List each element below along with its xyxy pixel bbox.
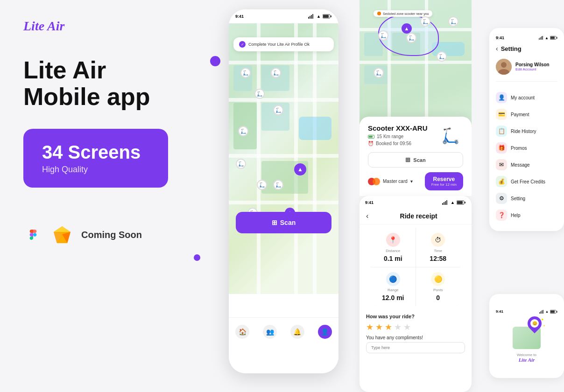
- svg-rect-26: [542, 310, 543, 314]
- stat-points: 🟡 Ponts 0: [416, 267, 461, 306]
- scooter-map-section: Secloted zone scooter near you 🛴 🛴 🛴 🛴 🛴…: [360, 0, 472, 196]
- map-road: [360, 61, 472, 64]
- stars-row: ★ ★ ★ ★ ★: [366, 322, 465, 332]
- stat-distance: 📍 Distance 0.1 mi: [371, 228, 416, 267]
- free-credits-icon: 💰: [496, 176, 507, 187]
- payment-label: Payment: [511, 112, 529, 117]
- svg-rect-5: [323, 15, 329, 18]
- nav-bell[interactable]: 🔔: [290, 325, 304, 339]
- svg-rect-7: [442, 203, 443, 205]
- stat-time: ⏱ Time 12:58: [416, 228, 461, 267]
- receipt-time: 9:41: [365, 200, 374, 205]
- payment-row[interactable]: Master card ▾: [368, 178, 413, 185]
- settings-status-bar: 9:41 ▲: [496, 35, 557, 40]
- free-credits-label: Get Free Credits: [511, 179, 545, 184]
- battery-indicator: [368, 135, 374, 139]
- scan-qr-row[interactable]: ⊞ Scan: [368, 152, 463, 168]
- menu-help[interactable]: ❓ Help: [496, 207, 557, 224]
- settings-status-icons: ▲: [539, 36, 557, 40]
- figma-icon: [23, 225, 43, 245]
- setting-label: Setting: [511, 196, 525, 201]
- svg-rect-6: [331, 15, 331, 17]
- screens-badge: 34 Screens High Quality: [23, 129, 168, 188]
- decorative-dot-large: [210, 56, 220, 66]
- time-label: Time: [434, 249, 442, 253]
- range-value: 12.0 mi: [382, 294, 404, 301]
- map-block: [392, 65, 423, 84]
- scooter-pin: 🛴: [254, 89, 265, 99]
- star-2[interactable]: ★: [375, 322, 383, 332]
- time-icon: ⏱: [431, 233, 445, 247]
- phone-status-bar: 9:41 ▲: [229, 9, 338, 23]
- nav-people[interactable]: 👥: [263, 325, 277, 339]
- svg-rect-10: [446, 200, 447, 205]
- svg-rect-16: [541, 36, 542, 40]
- svg-rect-8: [444, 202, 444, 205]
- profile-name: Porsing Wilson: [515, 62, 550, 67]
- map-location-pin: ▲: [402, 23, 412, 34]
- scooter-pin: 🛴: [257, 180, 267, 190]
- zone-pin-icon: [377, 12, 381, 15]
- nav-home[interactable]: 🏠: [235, 325, 249, 339]
- star-4[interactable]: ★: [394, 322, 402, 332]
- svg-rect-29: [550, 310, 555, 313]
- scooter-pin: 🛴: [273, 180, 283, 190]
- home-icon: 🏠: [235, 325, 249, 339]
- menu-free-credits[interactable]: 💰 Get Free Credits: [496, 173, 557, 190]
- map-scooter-pin: 🛴: [437, 51, 447, 62]
- decorative-dot-small: [194, 254, 200, 261]
- svg-rect-0: [308, 17, 309, 19]
- star-1[interactable]: ★: [366, 322, 374, 332]
- sparkle-icon: ✦: [543, 324, 545, 327]
- rating-question: How was your ride?: [366, 314, 465, 319]
- menu-setting[interactable]: ⚙ Setting: [496, 190, 557, 207]
- compliment-input[interactable]: [366, 342, 465, 353]
- battery-icon: [457, 200, 466, 205]
- scooter-pin: 🛴: [240, 68, 251, 78]
- scooter-card-header: Scooter XXX-ARU 15 Km range ⏰ Booked for…: [368, 124, 463, 147]
- menu-my-account[interactable]: 👤 My account: [496, 89, 557, 106]
- back-button[interactable]: ‹: [496, 45, 498, 52]
- zone-label: Secloted zone scooter near you: [374, 10, 432, 17]
- svg-rect-14: [539, 38, 540, 40]
- edit-account-link[interactable]: Edit Account: [515, 67, 550, 71]
- avatar-image: [496, 59, 512, 75]
- back-button[interactable]: ‹: [366, 212, 368, 220]
- map-road: [257, 23, 261, 294]
- distance-icon: 📍: [386, 233, 400, 247]
- signal-icon: [308, 14, 315, 19]
- welcome-time: 9:41: [496, 309, 503, 314]
- welcome-status-icons: ▲: [539, 309, 557, 314]
- profile-row: Porsing Wilson Edit Account: [496, 59, 557, 82]
- phone-time: 9:41: [235, 14, 244, 19]
- avatar-icon: 👤: [318, 325, 332, 339]
- svg-rect-13: [465, 202, 465, 203]
- map-road: [229, 61, 338, 64]
- map-road: [229, 201, 338, 204]
- star-3[interactable]: ★: [385, 322, 392, 332]
- signal-icon: [442, 200, 449, 205]
- svg-rect-19: [550, 37, 555, 39]
- map-scooter-pin: 🛴: [420, 16, 430, 27]
- menu-payment[interactable]: 💳 Payment: [496, 106, 557, 123]
- reserve-button[interactable]: Reserve Free for 12 min: [425, 172, 463, 190]
- payment-icon: 💳: [496, 109, 507, 120]
- payment-label: Master card: [383, 179, 408, 184]
- nav-avatar[interactable]: 👤: [318, 325, 332, 339]
- star-5[interactable]: ★: [403, 322, 411, 332]
- scooter-image: 🛴: [437, 124, 463, 147]
- svg-rect-3: [312, 14, 313, 19]
- map-road: [229, 98, 338, 102]
- battery-icon: [323, 14, 332, 19]
- promos-label: Promos: [511, 146, 527, 151]
- receipt-status-icons: ▲: [442, 200, 466, 205]
- middle-panel: Secloted zone scooter near you 🛴 🛴 🛴 🛴 🛴…: [360, 0, 472, 392]
- stat-range: 🔵 Range 12.0 mi: [371, 267, 416, 306]
- scan-button[interactable]: ⊞ Scan: [236, 212, 331, 233]
- menu-message[interactable]: ✉ Message: [496, 156, 557, 173]
- menu-ride-history[interactable]: 📋 Ride History: [496, 123, 557, 140]
- scooter-range: 15 Km range: [377, 134, 403, 139]
- chevron-down-icon: ▾: [410, 179, 413, 184]
- svg-rect-15: [540, 37, 541, 40]
- menu-promos[interactable]: 🎁 Promos: [496, 140, 557, 156]
